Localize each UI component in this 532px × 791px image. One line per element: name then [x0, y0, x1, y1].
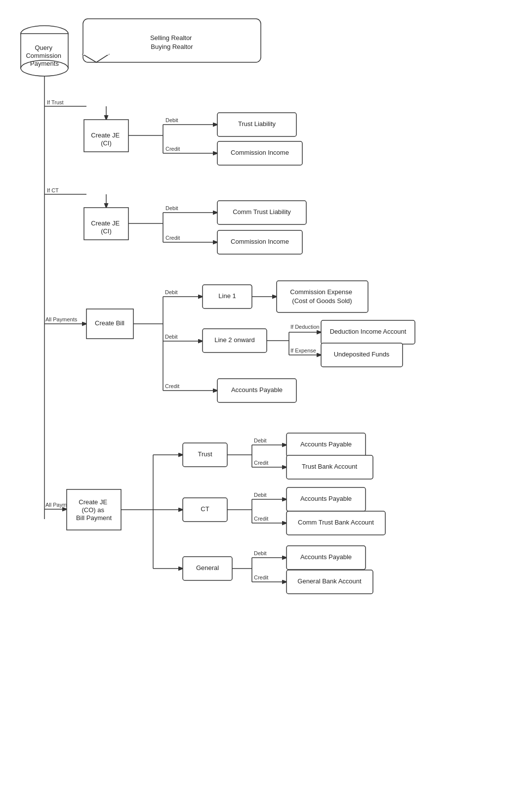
trust-credit-label: Credit: [254, 460, 268, 466]
deduction-income-label: Deduction Income Account: [330, 328, 407, 335]
if-expense-label: If Expense: [290, 348, 316, 353]
debit-ct-label: Debit: [165, 205, 178, 211]
line2-onward-label: Line 2 onward: [214, 336, 255, 344]
comm-trust-liability-label: Comm Trust Liability: [233, 208, 291, 216]
credit-ct-label: Credit: [165, 235, 180, 241]
accounts-payable-ct-label: Accounts Payable: [300, 495, 352, 502]
if-trust-label: If Trust: [47, 99, 64, 105]
ct-debit-label: Debit: [254, 492, 267, 498]
commission-income-2-label: Commission Income: [231, 238, 289, 245]
general-node-label: General: [196, 564, 219, 571]
trust-debit-label: Debit: [254, 438, 267, 443]
accounts-payable-trust-label: Accounts Payable: [300, 440, 352, 448]
trust-bank-account-label: Trust Bank Account: [302, 463, 358, 470]
flow-diagram: Query Commission Payments Selling Realto…: [0, 0, 532, 791]
ct-node-label: CT: [201, 505, 209, 513]
if-ct-label: If CT: [47, 187, 59, 193]
trust-node-label: Trust: [198, 450, 212, 458]
debit-line1-label: Debit: [165, 289, 178, 295]
debit-line2-label: Debit: [165, 334, 178, 340]
ct-credit-label: Credit: [254, 516, 268, 522]
commission-income-1-label: Commission Income: [231, 149, 289, 156]
all-payments-bill-label: All Payments: [45, 316, 78, 322]
undeposited-funds-label: Undeposited Funds: [334, 351, 390, 358]
create-bill-label: Create Bill: [95, 319, 124, 327]
general-credit-label: Credit: [254, 574, 268, 580]
accounts-payable-bill-label: Accounts Payable: [231, 386, 283, 394]
credit-trust-label: Credit: [165, 146, 180, 152]
accounts-payable-gen-label: Accounts Payable: [300, 553, 352, 561]
comm-trust-bank-label: Comm Trust Bank Account: [298, 519, 374, 526]
trust-liability-label: Trust Liability: [238, 120, 276, 128]
line1-label: Line 1: [218, 292, 236, 300]
credit-bill-label: Credit: [165, 383, 179, 389]
general-bank-label: General Bank Account: [297, 577, 362, 585]
debit-trust-label: Debit: [165, 117, 178, 123]
commission-expense-box: [277, 281, 368, 312]
if-deduction-label: If Deduction: [290, 324, 320, 330]
general-debit-label: Debit: [254, 550, 267, 556]
